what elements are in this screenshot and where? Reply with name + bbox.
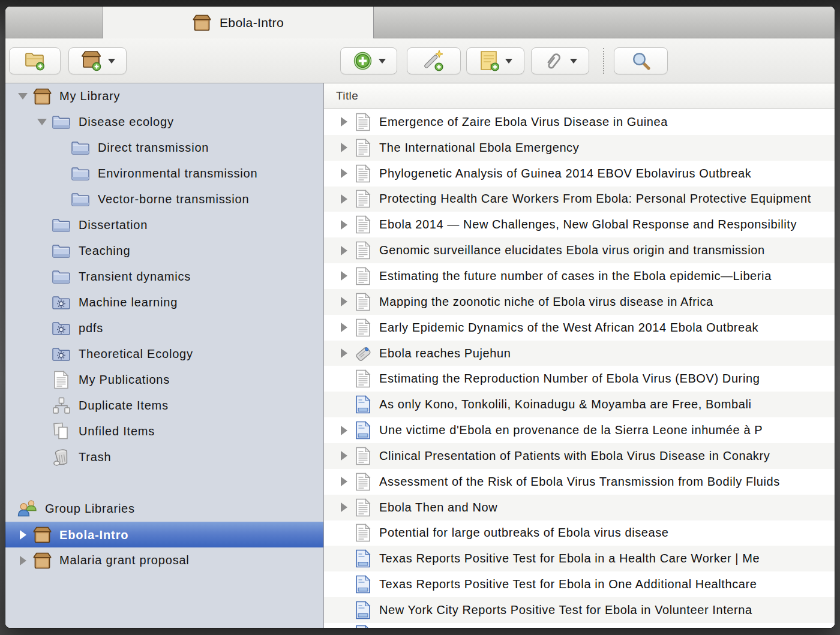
magic-wand-icon bbox=[422, 50, 445, 72]
sidebar-item-duplicate-items[interactable]: Duplicate Items bbox=[5, 393, 323, 419]
journal-article-icon bbox=[354, 241, 372, 260]
sidebar-item-malaria-grant-proposal[interactable]: Malaria grant proposal bbox=[5, 547, 323, 573]
saved-search-icon bbox=[51, 295, 71, 310]
twisty-down-glyph bbox=[37, 119, 47, 125]
sidebar-item-transient-dynamics[interactable]: Transient dynamics bbox=[5, 264, 323, 290]
item-title: Protecting Health Care Workers From Ebol… bbox=[379, 192, 835, 206]
sidebar-item-label: Dissertation bbox=[79, 218, 148, 232]
twisty-right-icon[interactable] bbox=[334, 168, 354, 178]
item-row[interactable]: Texas Reports Positive Test for Ebola in… bbox=[324, 546, 835, 571]
twisty-right-icon[interactable] bbox=[334, 220, 354, 230]
title-column-header[interactable]: Title bbox=[324, 83, 835, 109]
zotero-window: Ebola-Intro My LibraryDisease ecologyDir… bbox=[5, 6, 835, 628]
sidebar-item-label: My Library bbox=[59, 89, 120, 103]
sidebar-item-my-publications[interactable]: My Publications bbox=[5, 367, 323, 393]
twisty-right-icon[interactable] bbox=[334, 502, 354, 512]
new-item-icon bbox=[352, 50, 373, 71]
tab-ebola-intro[interactable]: Ebola-Intro bbox=[103, 7, 374, 38]
twisty-right-icon[interactable] bbox=[334, 323, 354, 332]
sidebar-item-disease-ecology[interactable]: Disease ecology bbox=[5, 109, 323, 135]
item-row-partial[interactable] bbox=[324, 623, 835, 628]
journal-article-icon bbox=[354, 215, 372, 234]
twisty-right-glyph bbox=[341, 297, 347, 306]
item-row[interactable]: Assessment of the Risk of Ebola Virus Tr… bbox=[324, 469, 835, 495]
journal-article-icon bbox=[354, 523, 372, 542]
twisty-right-icon[interactable] bbox=[334, 348, 354, 358]
new-collection-button[interactable] bbox=[9, 47, 61, 74]
item-row[interactable]: Clinical Presentation of Patients with E… bbox=[324, 443, 835, 469]
item-row[interactable]: Estimating the Reproduction Number of Eb… bbox=[324, 366, 835, 392]
sidebar-item-label: Vector-borne transmission bbox=[98, 192, 249, 206]
item-row[interactable]: Genomic surveillance elucidates Ebola vi… bbox=[324, 237, 835, 263]
new-item-button[interactable] bbox=[340, 47, 397, 74]
sidebar-item-dissertation[interactable]: Dissertation bbox=[5, 212, 323, 238]
item-row[interactable]: Ebola reaches Pujehun bbox=[324, 341, 835, 366]
sidebar-item-teaching[interactable]: Teaching bbox=[5, 238, 323, 264]
folder-icon bbox=[51, 269, 71, 284]
advanced-search-button[interactable] bbox=[614, 47, 668, 74]
twisty-right-icon[interactable] bbox=[334, 297, 354, 306]
item-row[interactable]: Phylogenetic Analysis of Guinea 2014 EBO… bbox=[324, 161, 835, 186]
sidebar-item-direct-transmission[interactable]: Direct transmission bbox=[5, 135, 323, 161]
sidebar-item-label: Transient dynamics bbox=[79, 270, 191, 284]
twisty-right-icon[interactable] bbox=[14, 530, 32, 540]
twisty-right-glyph bbox=[341, 426, 347, 435]
new-library-button[interactable] bbox=[68, 47, 127, 74]
twisty-right-icon[interactable] bbox=[334, 451, 354, 461]
sidebar-item-machine-learning[interactable]: Machine learning bbox=[5, 290, 323, 315]
library-icon bbox=[193, 14, 211, 31]
sidebar-item-unfiled-items[interactable]: Unfiled Items bbox=[5, 419, 323, 444]
twisty-right-glyph bbox=[341, 143, 347, 152]
sidebar-item-group-libraries[interactable]: Group Libraries bbox=[5, 496, 323, 522]
item-row[interactable]: Une victime d'Ebola en provenance de la … bbox=[324, 417, 835, 443]
item-title: As only Kono, Tonkolili, Koinadugu & Moy… bbox=[379, 398, 835, 411]
item-row[interactable]: The International Ebola Emergency bbox=[324, 135, 835, 161]
twisty-right-icon[interactable] bbox=[334, 143, 354, 152]
twisty-right-icon[interactable] bbox=[334, 117, 354, 127]
add-by-identifier-button[interactable] bbox=[407, 47, 461, 74]
sidebar-item-environmental-transmission[interactable]: Environmental transmission bbox=[5, 161, 323, 186]
item-row[interactable]: Ebola Then and Now bbox=[324, 495, 835, 520]
twisty-down-icon[interactable] bbox=[14, 93, 32, 100]
twisty-down-glyph bbox=[18, 93, 28, 100]
item-row[interactable]: Ebola 2014 — New Challenges, New Global … bbox=[324, 212, 835, 237]
twisty-down-icon[interactable] bbox=[33, 119, 51, 125]
twisty-right-icon[interactable] bbox=[334, 246, 354, 255]
web-page-icon bbox=[354, 601, 372, 619]
item-row[interactable]: New York City Reports Positive Test for … bbox=[324, 597, 835, 623]
twisty-right-icon[interactable] bbox=[334, 477, 354, 486]
new-note-icon bbox=[479, 50, 500, 71]
twisty-right-icon[interactable] bbox=[334, 271, 354, 281]
item-title: Mapping the zoonotic niche of Ebola viru… bbox=[379, 295, 835, 309]
item-row[interactable]: Estimating the future number of cases in… bbox=[324, 263, 835, 289]
item-row[interactable]: As only Kono, Tonkolili, Koinadugu & Moy… bbox=[324, 392, 835, 417]
item-row[interactable]: Potential for large outbreaks of Ebola v… bbox=[324, 520, 835, 546]
sidebar-item-my-library[interactable]: My Library bbox=[5, 83, 323, 109]
sidebar-item-vector-borne-transmission[interactable]: Vector-borne transmission bbox=[5, 186, 323, 212]
twisty-right-icon[interactable] bbox=[334, 194, 354, 204]
twisty-right-icon[interactable] bbox=[14, 556, 32, 565]
journal-article-icon bbox=[354, 293, 372, 311]
new-collection-icon bbox=[25, 51, 46, 71]
sidebar-item-pdfs[interactable]: pdfs bbox=[5, 315, 323, 341]
new-note-button[interactable] bbox=[466, 47, 524, 74]
item-row[interactable]: Mapping the zoonotic niche of Ebola viru… bbox=[324, 289, 835, 315]
dropdown-arrow-icon bbox=[108, 59, 115, 64]
journal-article-icon bbox=[354, 447, 372, 465]
sidebar-item-ebola-intro[interactable]: Ebola-Intro bbox=[5, 522, 323, 547]
add-attachment-button[interactable] bbox=[531, 47, 589, 74]
sidebar-item-label: pdfs bbox=[79, 321, 103, 335]
twisty-right-icon[interactable] bbox=[334, 426, 354, 435]
library-icon bbox=[32, 88, 52, 105]
twisty-right-glyph bbox=[341, 348, 347, 358]
journal-article-icon bbox=[354, 318, 372, 337]
link-attachment-icon bbox=[354, 344, 372, 363]
item-row[interactable]: Protecting Health Care Workers From Ebol… bbox=[324, 186, 835, 212]
item-title: Estimating the Reproduction Number of Eb… bbox=[379, 372, 835, 386]
item-row[interactable]: Early Epidemic Dynamics of the West Afri… bbox=[324, 315, 835, 341]
sidebar-item-theoretical-ecology[interactable]: Theoretical Ecology bbox=[5, 341, 323, 367]
sidebar-item-trash[interactable]: Trash bbox=[5, 444, 323, 470]
item-row[interactable]: Emergence of Zaire Ebola Virus Disease i… bbox=[324, 109, 835, 135]
sidebar-item-label: Ebola-Intro bbox=[59, 528, 128, 542]
item-row[interactable]: Texas Reports Positive Test for Ebola in… bbox=[324, 571, 835, 597]
